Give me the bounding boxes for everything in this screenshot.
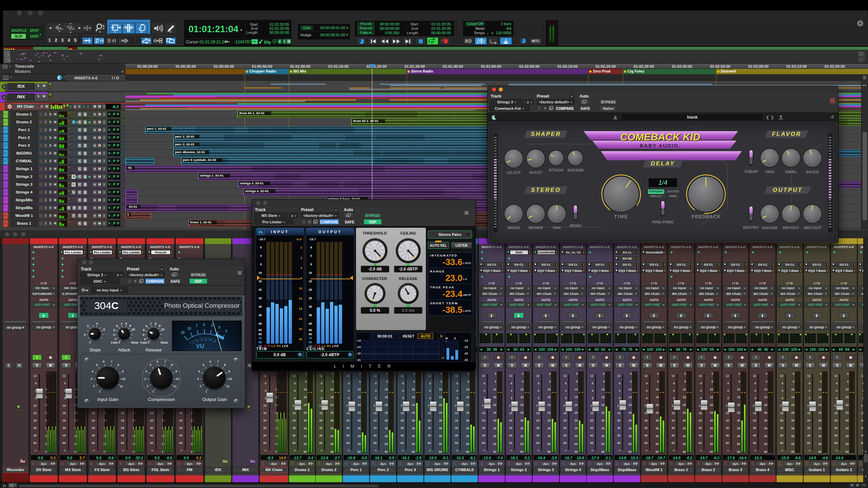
svg-text:100: 100 bbox=[212, 340, 216, 343]
svg-text:7: 7 bbox=[196, 324, 198, 328]
svg-text:VU: VU bbox=[196, 343, 204, 349]
svg-text:20: 20 bbox=[196, 340, 199, 342]
svg-text:20: 20 bbox=[181, 331, 185, 334]
svg-text:3: 3 bbox=[225, 329, 227, 333]
svg-text:40: 40 bbox=[200, 339, 203, 341]
svg-text:3: 3 bbox=[211, 324, 213, 327]
svg-text:10: 10 bbox=[187, 327, 191, 330]
svg-text:60: 60 bbox=[204, 339, 207, 341]
svg-text:5: 5 bbox=[203, 323, 205, 327]
svg-text:0: 0 bbox=[218, 326, 220, 329]
svg-text:0: 0 bbox=[193, 342, 194, 344]
svg-text:80: 80 bbox=[209, 339, 212, 341]
